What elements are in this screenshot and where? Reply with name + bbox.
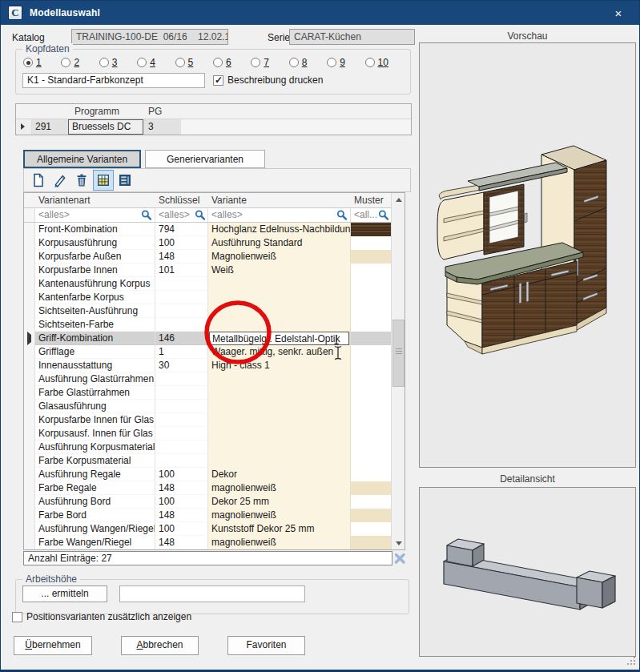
cell-muster[interactable] bbox=[351, 304, 391, 318]
table-row[interactable]: Farbe Regale148magnolienweiß bbox=[24, 481, 391, 495]
cell-muster[interactable] bbox=[351, 318, 391, 332]
tab-allgemeine-varianten[interactable]: Allgemeine Varianten bbox=[23, 150, 141, 168]
programm-pg-cell[interactable]: 3 bbox=[143, 119, 181, 135]
kopfdaten-radio-6[interactable]: 6 bbox=[213, 57, 251, 68]
farbkonzept-input[interactable]: K1 - Standard-Farbkonzept bbox=[22, 73, 205, 88]
cell-variantenart[interactable]: Farbe Wangen/Riegel bbox=[35, 536, 155, 549]
cell-schluessel[interactable]: 30 bbox=[155, 359, 208, 372]
cell-variantenart[interactable]: Kantenausführung Korpus bbox=[35, 277, 155, 291]
search-icon[interactable] bbox=[336, 209, 348, 221]
table-row[interactable]: Sichtseiten-Ausführung bbox=[24, 304, 391, 318]
cell-schluessel[interactable]: 148 bbox=[155, 509, 208, 522]
table-row[interactable]: Ausführung Regale100Dekor bbox=[24, 468, 391, 481]
title-bar[interactable]: C Modellauswahl × bbox=[1, 1, 639, 25]
col-variantenart[interactable]: Variantenart bbox=[38, 195, 90, 206]
resize-grip[interactable] bbox=[626, 655, 637, 666]
kopfdaten-radio-4[interactable]: 4 bbox=[137, 57, 175, 68]
kopfdaten-radio-8[interactable]: 8 bbox=[289, 57, 327, 68]
table-row[interactable]: Farbe Glastürrahmen bbox=[24, 386, 391, 400]
kopfdaten-radio-2[interactable]: 2 bbox=[61, 57, 99, 68]
table-row[interactable]: Griff-Kombination146Metallbügelgr. Edels… bbox=[24, 332, 391, 345]
cell-variante[interactable] bbox=[208, 291, 351, 304]
cell-muster[interactable] bbox=[351, 372, 391, 386]
cell-variante[interactable]: Metallbügelgr. Edelstahl-Optik bbox=[208, 332, 351, 345]
cell-variante[interactable]: magnolienweiß bbox=[208, 509, 351, 522]
cell-muster[interactable] bbox=[351, 359, 391, 372]
cell-muster[interactable] bbox=[351, 413, 391, 427]
radio-circle[interactable] bbox=[365, 58, 375, 67]
cell-variante[interactable]: Kunststoff Dekor 25 mm bbox=[208, 522, 351, 536]
cell-variante[interactable] bbox=[208, 400, 351, 413]
favoriten-button[interactable]: Favoriten bbox=[227, 636, 305, 655]
cell-variantenart[interactable]: Grifflage bbox=[35, 345, 155, 359]
table-row[interactable]: Ausführung Bord100Dekor 25 mm bbox=[24, 495, 391, 509]
cell-muster[interactable] bbox=[351, 495, 391, 509]
cell-variante[interactable]: Dekor bbox=[208, 468, 351, 481]
radio-circle[interactable] bbox=[23, 58, 33, 67]
positionsvarianten-checkbox-box[interactable] bbox=[12, 612, 22, 622]
cell-muster[interactable] bbox=[351, 468, 391, 481]
cell-variante[interactable] bbox=[208, 427, 351, 441]
cell-schluessel[interactable] bbox=[155, 291, 208, 304]
tab-generiervarianten[interactable]: Generiervarianten bbox=[145, 150, 265, 168]
filter-variantenart[interactable]: <alles> bbox=[35, 208, 155, 222]
cell-muster[interactable] bbox=[351, 291, 391, 304]
cell-variante[interactable]: magnolienweiß bbox=[208, 536, 351, 549]
col-schluessel[interactable]: Schlüssel bbox=[159, 195, 199, 206]
beschreibung-checkbox[interactable]: Beschreibung drucken bbox=[213, 74, 323, 86]
cell-schluessel[interactable] bbox=[155, 454, 208, 468]
search-icon[interactable] bbox=[141, 209, 152, 221]
table-row[interactable]: Ausführung Glastürrahmen bbox=[24, 372, 391, 386]
abbrechen-button[interactable]: Abbrechen bbox=[121, 636, 199, 655]
cell-variantenart[interactable]: Farbe Korpusmaterial bbox=[35, 454, 155, 468]
cell-schluessel[interactable] bbox=[155, 413, 208, 427]
clear-filter-icon[interactable] bbox=[394, 553, 406, 565]
cell-muster-swatch[interactable] bbox=[351, 509, 391, 522]
cell-variantenart[interactable]: Korpusfarbe Innen bbox=[35, 264, 155, 277]
search-icon[interactable] bbox=[195, 209, 206, 221]
cell-variante[interactable] bbox=[208, 304, 351, 318]
cell-variantenart[interactable]: Glasausführung bbox=[35, 400, 155, 413]
cell-variantenart[interactable]: Innenausstattung bbox=[35, 359, 155, 372]
radio-circle[interactable] bbox=[61, 58, 70, 67]
cell-muster-swatch[interactable] bbox=[351, 250, 391, 264]
radio-circle[interactable] bbox=[289, 58, 299, 67]
table-row[interactable]: Grifflage1Waager. mittig, senkr. außen bbox=[24, 345, 391, 359]
table-row[interactable]: Korpusfarbe Innen101Weiß bbox=[24, 264, 391, 277]
programm-table-header[interactable]: Programm PG bbox=[16, 104, 411, 119]
cell-schluessel[interactable]: 1 bbox=[155, 345, 208, 359]
cell-muster[interactable] bbox=[351, 441, 391, 454]
cell-variantenart[interactable]: Ausführung Korpusmaterial bbox=[35, 441, 155, 454]
cell-variante[interactable] bbox=[208, 413, 351, 427]
col-variante[interactable]: Variante bbox=[211, 195, 247, 206]
cell-schluessel[interactable] bbox=[155, 372, 208, 386]
delete-icon[interactable] bbox=[71, 170, 92, 191]
cell-variantenart[interactable]: Korpusausführung bbox=[35, 236, 155, 250]
close-icon[interactable]: × bbox=[607, 1, 630, 25]
scroll-down-icon[interactable] bbox=[392, 537, 405, 549]
table-row[interactable]: Innenausstattung30High - class 1 bbox=[24, 359, 391, 372]
cell-muster[interactable] bbox=[351, 236, 391, 250]
cell-schluessel[interactable] bbox=[155, 386, 208, 400]
table-row[interactable]: Front-Kombination794Hochglanz Edelnuss-N… bbox=[24, 223, 391, 236]
cell-variante[interactable] bbox=[208, 386, 351, 400]
grid-icon[interactable] bbox=[93, 170, 114, 191]
variante-edit-input[interactable]: Metallbügelgr. Edelstahl-Optik bbox=[209, 332, 349, 345]
arbeitshoehe-input[interactable] bbox=[119, 585, 305, 602]
col-pg[interactable]: PG bbox=[148, 106, 162, 117]
radio-circle[interactable] bbox=[251, 58, 260, 67]
col-muster[interactable]: Muster bbox=[354, 195, 384, 206]
kopfdaten-radio-9[interactable]: 9 bbox=[327, 57, 364, 68]
cell-schluessel[interactable]: 100 bbox=[155, 236, 208, 250]
table-row[interactable]: Korpusfarbe Innen für Glas bbox=[24, 413, 391, 427]
cell-schluessel[interactable] bbox=[155, 277, 208, 291]
kopfdaten-radio-7[interactable]: 7 bbox=[251, 57, 288, 68]
cell-muster[interactable] bbox=[351, 332, 391, 345]
table-row[interactable]: Farbe Korpusmaterial bbox=[24, 454, 391, 468]
programm-name-cell[interactable]: Bruessels DC bbox=[68, 119, 143, 135]
cell-variantenart[interactable]: Ausführung Bord bbox=[35, 495, 155, 509]
table-row[interactable]: Farbe Wangen/Riegel148magnolienweiß bbox=[24, 536, 391, 549]
cell-variantenart[interactable]: Ausführung Glastürrahmen bbox=[35, 372, 155, 386]
cell-muster-swatch[interactable] bbox=[351, 536, 391, 549]
cell-variante[interactable]: Hochglanz Edelnuss-Nachbildung bbox=[208, 223, 351, 236]
